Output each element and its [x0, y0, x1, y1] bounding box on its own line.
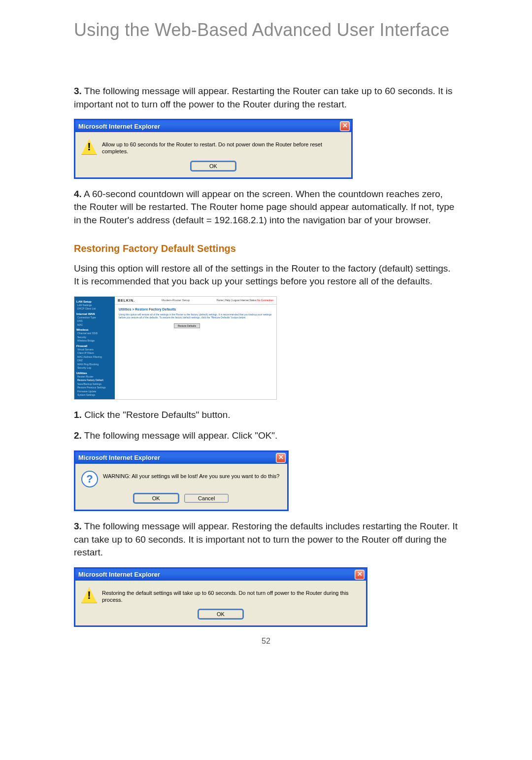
- dialog-message: Restoring the default settings will take…: [102, 587, 360, 604]
- warning-icon: !: [81, 139, 97, 155]
- ok-button[interactable]: OK: [134, 494, 178, 503]
- router-product: Modem-Router Setup: [162, 299, 190, 302]
- router-sidebar: LAN Setup LAN Settings DHCP Client List …: [74, 297, 115, 399]
- dialog-title: Microsoft Internet Explorer: [78, 571, 160, 578]
- step-1b-paragraph: 1. Click the "Restore Defaults" button.: [74, 409, 458, 422]
- question-icon: ?: [81, 471, 98, 487]
- dialog-titlebar: Microsoft Internet Explorer ✕: [75, 120, 351, 132]
- warning-icon: !: [81, 587, 97, 603]
- dialog-title: Microsoft Internet Explorer: [78, 454, 160, 461]
- step-3b-paragraph: 3. The following message will appear. Re…: [74, 520, 458, 559]
- close-icon[interactable]: ✕: [355, 570, 365, 580]
- close-icon[interactable]: ✕: [340, 121, 350, 131]
- restore-defaults-button[interactable]: Restore Defaults: [174, 323, 200, 328]
- dialog-message: WARNING: All your settings will be lost!…: [103, 471, 279, 480]
- restart-dialog: Microsoft Internet Explorer ✕ ! Allow up…: [74, 119, 353, 179]
- page-number: 52: [74, 637, 458, 646]
- ok-button[interactable]: OK: [199, 610, 243, 619]
- ok-button[interactable]: OK: [191, 162, 235, 171]
- router-page-heading: Utilities > Restore Factory Defaults: [115, 305, 276, 313]
- step-number-2: 2.: [74, 430, 82, 441]
- dialog-titlebar: Microsoft Internet Explorer ✕: [75, 452, 287, 464]
- step-4-paragraph: 4. A 60-second countdown will appear on …: [74, 188, 458, 227]
- router-top-links: Home | Help | Logout Internet Status:No …: [217, 299, 273, 302]
- step-number-1: 1.: [74, 410, 82, 420]
- dialog-titlebar: Microsoft Internet Explorer ✕: [75, 569, 366, 581]
- step-number-3: 3.: [74, 86, 82, 96]
- router-logo: BELKIN.: [118, 299, 135, 302]
- restoring-dialog: Microsoft Internet Explorer ✕ ! Restorin…: [74, 567, 367, 627]
- page-banner: Using the Web-Based Advanced User Interf…: [74, 20, 458, 40]
- close-icon[interactable]: ✕: [276, 453, 286, 463]
- step-3-paragraph: 3. The following message will appear. Re…: [74, 85, 458, 111]
- router-admin-screenshot: LAN Setup LAN Settings DHCP Client List …: [74, 296, 277, 400]
- confirm-restore-dialog: Microsoft Internet Explorer ✕ ? WARNING:…: [74, 450, 289, 511]
- step-2b-paragraph: 2. The following message will appear. Cl…: [74, 429, 458, 443]
- router-page-desc: Using this option will restore all of th…: [115, 313, 276, 323]
- dialog-title: Microsoft Internet Explorer: [78, 123, 160, 130]
- step-number-4: 4.: [74, 189, 82, 199]
- cancel-button[interactable]: Cancel: [184, 494, 229, 503]
- section-heading: Restoring Factory Default Settings: [74, 243, 458, 254]
- section-intro: Using this option will restore all of th…: [74, 262, 458, 288]
- dialog-message: Allow up to 60 seconds for the Router to…: [102, 139, 345, 155]
- step-number-3b: 3.: [74, 521, 82, 531]
